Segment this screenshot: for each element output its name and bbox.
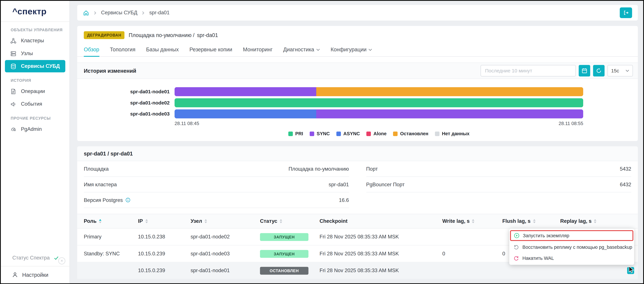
chevron-down-icon — [626, 70, 629, 72]
refresh-button[interactable] — [593, 65, 604, 77]
tab-overview[interactable]: Обзор — [84, 43, 99, 57]
cell-node: spr-da01-node03 — [190, 251, 260, 256]
legend-item-async: ASYNC — [336, 131, 360, 136]
chevron-down-icon — [368, 48, 372, 51]
detail-value: 6432 — [620, 181, 631, 187]
menu-item-label: Запустить экземпляр — [523, 233, 570, 238]
sidebar-item-label: Операции — [21, 88, 45, 94]
details-right-column: Порт 5432 PgBouncer Порт 6432 — [366, 161, 631, 192]
axis-start-label: 28.11 08:45 — [174, 121, 199, 126]
timeline-row-label: spr-da01-node02 — [77, 100, 174, 106]
tab-monitoring[interactable]: Мониторинг — [243, 43, 272, 57]
sidebar-item-pgadmin[interactable]: PgAdmin — [5, 123, 65, 135]
tab-diagnostics[interactable]: Диагностика — [283, 43, 320, 57]
refresh-interval-select[interactable]: 15с — [608, 65, 633, 77]
column-header-role[interactable]: Роль — [77, 218, 138, 224]
tab-configurations[interactable]: Конфигурации — [330, 43, 372, 57]
pgadmin-icon — [10, 126, 16, 132]
app-logo: ^спектр — [1, 1, 69, 21]
refresh-icon — [596, 68, 602, 74]
cell-ip: 10.15.0.238 — [138, 234, 191, 240]
sidebar-section-other: ПРОЧИЕ РЕСУРСЫ — [11, 116, 69, 120]
sidebar-item-label: Узлы — [21, 51, 33, 56]
cell-role: Primary — [77, 234, 138, 240]
menu-item-start-instance[interactable]: Запустить экземпляр — [510, 230, 633, 241]
timeline-bar — [174, 109, 583, 118]
cluster-header: ДЕГРАДИРОВАН Площадка по-умолчанию / spr… — [77, 26, 638, 43]
legend-swatch — [288, 131, 293, 136]
timeline-row: spr-da01-node03 — [77, 109, 583, 118]
calendar-button[interactable] — [579, 65, 590, 77]
wal-icon — [513, 255, 519, 261]
history-panel-header: История изменений 15с — [77, 63, 638, 79]
sidebar-item-events[interactable]: События — [5, 98, 65, 110]
column-header-ip[interactable]: IP — [138, 218, 191, 224]
timeline-row-label: spr-da01-node03 — [77, 111, 174, 117]
axis-end-label: 28.11 08:55 — [558, 121, 583, 126]
column-header-replay-lag[interactable]: Replay lag, s — [560, 218, 638, 224]
row-actions-button[interactable] — [627, 267, 634, 274]
column-header-write-lag[interactable]: Write lag, s — [442, 218, 502, 224]
time-range-input[interactable] — [480, 65, 576, 77]
column-header-status[interactable]: Статус — [260, 218, 320, 224]
sidebar-item-clusters[interactable]: Кластеры — [5, 35, 65, 47]
sidebar-item-operations[interactable]: Операции — [5, 85, 65, 97]
detail-label: Площадка — [84, 166, 109, 172]
column-header-flush-lag[interactable]: Flush lag, s — [502, 218, 560, 224]
restore-replica-icon — [513, 244, 519, 250]
sidebar-item-settings[interactable]: Настройки — [1, 266, 69, 283]
tab-databases[interactable]: Базы данных — [146, 43, 179, 57]
legend-item-sync: SYNC — [310, 131, 330, 136]
breadcrumb-item-services[interactable]: Сервисы СУБД — [101, 10, 138, 16]
sidebar-item-db-services[interactable]: Сервисы СУБД — [5, 60, 65, 72]
cell-status: ОСТАНОВЛЕН — [260, 266, 320, 274]
timeline-row: spr-da01-node01 — [77, 87, 583, 96]
sidebar: ^спектр ОБЪЕКТЫ УПРАВЛЕНИЯ Кластеры Узлы — [1, 1, 70, 283]
chevron-right-icon — [93, 11, 97, 15]
status-ok-check-icon — [54, 255, 59, 260]
detail-value: spr-da01 — [328, 181, 349, 187]
menu-item-apply-wal[interactable]: Накатить WAL — [509, 252, 634, 263]
legend-swatch — [393, 131, 398, 136]
timeline-bar — [174, 87, 583, 96]
detail-value: 5432 — [620, 166, 631, 172]
menu-item-restore-replica[interactable]: Восстановить реплику с помощью pg_baseba… — [509, 241, 634, 252]
home-icon[interactable] — [83, 10, 89, 16]
cell-node: spr-da01-node02 — [190, 234, 260, 240]
details-left-column: Площадка Площадка по-умолчанию Имя класт… — [84, 161, 349, 208]
sidebar-item-nodes[interactable]: Узлы — [5, 47, 65, 60]
details-section-title: spr-da01 / spr-da01 — [77, 146, 638, 161]
legend-item-alone: Alone — [366, 131, 386, 136]
table-header-row: Роль IP Узел Статус Checkpoint Write lag… — [77, 214, 638, 228]
sidebar-collapse-button[interactable]: ✕ — [58, 257, 65, 264]
sort-icon — [145, 219, 148, 223]
page-title-path: Площадка по-умолчанию / — [129, 32, 194, 38]
timeline-segment-Остановлен — [316, 87, 583, 96]
sidebar-item-label: Кластеры — [21, 38, 44, 44]
history-controls: 15с — [480, 65, 633, 77]
timeline-bar — [174, 98, 583, 107]
sort-icon — [99, 219, 102, 223]
breadcrumb-item-current: spr-da01 — [149, 10, 170, 16]
detail-label: Порт — [366, 166, 378, 172]
history-title: История изменений — [84, 68, 136, 74]
cell-status: ЗАПУЩЕН — [260, 250, 320, 257]
timeline-axis: 28.11 08:45 28.11 08:55 — [174, 121, 583, 126]
info-icon[interactable] — [125, 197, 130, 202]
tab-topology[interactable]: Топология — [110, 43, 136, 57]
column-header-node[interactable]: Узел — [190, 218, 260, 224]
tab-backups[interactable]: Резервные копии — [190, 43, 232, 57]
status-badge: ЗАПУЩЕН — [260, 233, 308, 241]
breadcrumb: Сервисы СУБД spr-da01 — [77, 5, 638, 21]
logout-button[interactable] — [620, 8, 632, 18]
operations-icon — [10, 88, 16, 94]
calendar-icon — [582, 68, 587, 74]
legend-swatch — [310, 131, 314, 136]
page-title-name: spr-da01 — [197, 32, 218, 38]
detail-label: Имя кластера — [84, 181, 117, 187]
events-icon — [10, 101, 16, 107]
timeline-legend: PRI SYNC ASYNC Alone Остановлен Нет данн… — [174, 131, 583, 136]
legend-swatch — [435, 131, 439, 136]
nodes-icon — [10, 50, 16, 57]
db-services-icon — [10, 63, 16, 69]
